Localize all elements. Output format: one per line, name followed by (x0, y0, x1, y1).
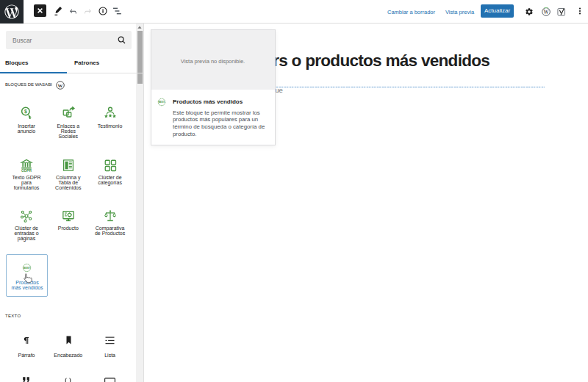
svg-text:BEST: BEST (24, 266, 30, 269)
svg-text:W: W (58, 83, 63, 88)
svg-text:$: $ (24, 109, 27, 115)
svg-text:W: W (544, 8, 549, 15)
svg-text:BEST: BEST (159, 101, 165, 104)
svg-text:GDPR: GDPR (21, 169, 32, 172)
